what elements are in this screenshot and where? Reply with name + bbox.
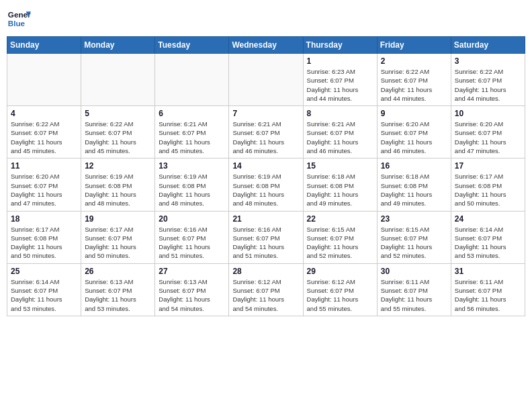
day-cell-29: 29Sunrise: 6:12 AM Sunset: 6:07 PM Dayli… [303,263,377,316]
day-cell-6: 6Sunrise: 6:21 AM Sunset: 6:07 PM Daylig… [155,106,229,158]
day-cell-12: 12Sunrise: 6:19 AM Sunset: 6:08 PM Dayli… [81,158,155,211]
day-cell-8: 8Sunrise: 6:21 AM Sunset: 6:07 PM Daylig… [303,106,377,158]
day-number: 16 [381,161,447,171]
weekday-header-sunday: Sunday [7,37,81,54]
day-number: 13 [159,161,225,171]
day-number: 6 [159,109,225,118]
page: General Blue SundayMondayTuesdayWednesda… [0,0,532,411]
day-number: 19 [85,214,151,224]
day-number: 20 [159,214,225,224]
day-cell-14: 14Sunrise: 6:19 AM Sunset: 6:08 PM Dayli… [229,158,303,211]
day-cell-23: 23Sunrise: 6:15 AM Sunset: 6:07 PM Dayli… [377,211,451,263]
day-info: Sunrise: 6:15 AM Sunset: 6:07 PM Dayligh… [381,225,447,261]
day-number: 10 [455,109,521,118]
day-info: Sunrise: 6:22 AM Sunset: 6:07 PM Dayligh… [381,67,447,103]
day-cell-7: 7Sunrise: 6:21 AM Sunset: 6:07 PM Daylig… [229,106,303,158]
day-info: Sunrise: 6:13 AM Sunset: 6:07 PM Dayligh… [159,277,225,313]
day-info: Sunrise: 6:14 AM Sunset: 6:07 PM Dayligh… [455,225,521,261]
day-number: 14 [232,161,299,171]
day-number: 8 [307,109,373,118]
day-info: Sunrise: 6:17 AM Sunset: 6:07 PM Dayligh… [85,225,151,261]
empty-cell [155,54,229,106]
day-number: 12 [85,161,151,171]
day-info: Sunrise: 6:16 AM Sunset: 6:07 PM Dayligh… [232,225,299,261]
weekday-header-saturday: Saturday [451,37,525,54]
day-info: Sunrise: 6:22 AM Sunset: 6:07 PM Dayligh… [85,120,151,155]
day-info: Sunrise: 6:20 AM Sunset: 6:07 PM Dayligh… [11,172,77,208]
day-info: Sunrise: 6:21 AM Sunset: 6:07 PM Dayligh… [307,120,373,155]
day-info: Sunrise: 6:22 AM Sunset: 6:07 PM Dayligh… [455,67,521,103]
day-number: 28 [232,267,299,276]
day-info: Sunrise: 6:20 AM Sunset: 6:07 PM Dayligh… [381,120,447,155]
day-number: 9 [381,109,447,118]
day-number: 31 [455,267,521,276]
header: General Blue [7,7,525,31]
week-row-4: 18Sunrise: 6:17 AM Sunset: 6:08 PM Dayli… [7,211,525,263]
day-cell-25: 25Sunrise: 6:14 AM Sunset: 6:07 PM Dayli… [7,263,81,316]
week-row-2: 4Sunrise: 6:22 AM Sunset: 6:07 PM Daylig… [7,106,525,158]
day-cell-19: 19Sunrise: 6:17 AM Sunset: 6:07 PM Dayli… [81,211,155,263]
day-cell-24: 24Sunrise: 6:14 AM Sunset: 6:07 PM Dayli… [451,211,525,263]
day-cell-26: 26Sunrise: 6:13 AM Sunset: 6:07 PM Dayli… [81,263,155,316]
week-row-5: 25Sunrise: 6:14 AM Sunset: 6:07 PM Dayli… [7,263,525,316]
weekday-header-row: SundayMondayTuesdayWednesdayThursdayFrid… [7,37,525,54]
day-cell-2: 2Sunrise: 6:22 AM Sunset: 6:07 PM Daylig… [377,54,451,106]
day-number: 26 [85,267,151,276]
day-info: Sunrise: 6:13 AM Sunset: 6:07 PM Dayligh… [85,277,151,313]
day-info: Sunrise: 6:19 AM Sunset: 6:08 PM Dayligh… [232,172,299,208]
day-info: Sunrise: 6:12 AM Sunset: 6:07 PM Dayligh… [232,277,299,313]
day-number: 22 [307,214,373,224]
day-info: Sunrise: 6:12 AM Sunset: 6:07 PM Dayligh… [307,277,373,313]
day-cell-27: 27Sunrise: 6:13 AM Sunset: 6:07 PM Dayli… [155,263,229,316]
day-cell-10: 10Sunrise: 6:20 AM Sunset: 6:07 PM Dayli… [451,106,525,158]
day-info: Sunrise: 6:11 AM Sunset: 6:07 PM Dayligh… [455,277,521,313]
day-cell-4: 4Sunrise: 6:22 AM Sunset: 6:07 PM Daylig… [7,106,81,158]
day-cell-31: 31Sunrise: 6:11 AM Sunset: 6:07 PM Dayli… [451,263,525,316]
day-cell-16: 16Sunrise: 6:18 AM Sunset: 6:08 PM Dayli… [377,158,451,211]
day-number: 7 [232,109,299,118]
day-cell-28: 28Sunrise: 6:12 AM Sunset: 6:07 PM Dayli… [229,263,303,316]
day-number: 11 [11,161,77,171]
day-cell-1: 1Sunrise: 6:23 AM Sunset: 6:07 PM Daylig… [303,54,377,106]
day-number: 3 [455,56,521,66]
empty-cell [81,54,155,106]
day-cell-18: 18Sunrise: 6:17 AM Sunset: 6:08 PM Dayli… [7,211,81,263]
day-info: Sunrise: 6:21 AM Sunset: 6:07 PM Dayligh… [232,120,299,155]
svg-text:Blue: Blue [8,19,26,28]
logo: General Blue [7,7,34,31]
day-number: 15 [307,161,373,171]
day-number: 2 [381,56,447,66]
day-number: 5 [85,109,151,118]
day-number: 17 [455,161,521,171]
week-row-1: 1Sunrise: 6:23 AM Sunset: 6:07 PM Daylig… [7,54,525,106]
empty-cell [7,54,81,106]
day-cell-20: 20Sunrise: 6:16 AM Sunset: 6:07 PM Dayli… [155,211,229,263]
day-info: Sunrise: 6:16 AM Sunset: 6:07 PM Dayligh… [159,225,225,261]
day-info: Sunrise: 6:18 AM Sunset: 6:08 PM Dayligh… [381,172,447,208]
day-info: Sunrise: 6:17 AM Sunset: 6:08 PM Dayligh… [455,172,521,208]
day-number: 27 [159,267,225,276]
day-number: 18 [11,214,77,224]
day-cell-13: 13Sunrise: 6:19 AM Sunset: 6:08 PM Dayli… [155,158,229,211]
day-info: Sunrise: 6:23 AM Sunset: 6:07 PM Dayligh… [307,67,373,103]
day-cell-17: 17Sunrise: 6:17 AM Sunset: 6:08 PM Dayli… [451,158,525,211]
day-number: 29 [307,267,373,276]
day-cell-5: 5Sunrise: 6:22 AM Sunset: 6:07 PM Daylig… [81,106,155,158]
day-info: Sunrise: 6:11 AM Sunset: 6:07 PM Dayligh… [381,277,447,313]
day-number: 21 [232,214,299,224]
weekday-header-tuesday: Tuesday [155,37,229,54]
day-info: Sunrise: 6:18 AM Sunset: 6:08 PM Dayligh… [307,172,373,208]
day-info: Sunrise: 6:21 AM Sunset: 6:07 PM Dayligh… [159,120,225,155]
day-number: 4 [11,109,77,118]
day-number: 1 [307,56,373,66]
day-number: 23 [381,214,447,224]
empty-cell [229,54,303,106]
day-cell-9: 9Sunrise: 6:20 AM Sunset: 6:07 PM Daylig… [377,106,451,158]
day-info: Sunrise: 6:19 AM Sunset: 6:08 PM Dayligh… [159,172,225,208]
day-cell-15: 15Sunrise: 6:18 AM Sunset: 6:08 PM Dayli… [303,158,377,211]
day-cell-3: 3Sunrise: 6:22 AM Sunset: 6:07 PM Daylig… [451,54,525,106]
logo-icon: General Blue [7,7,31,31]
weekday-header-monday: Monday [81,37,155,54]
day-number: 25 [11,267,77,276]
calendar-table: SundayMondayTuesdayWednesdayThursdayFrid… [7,36,525,316]
